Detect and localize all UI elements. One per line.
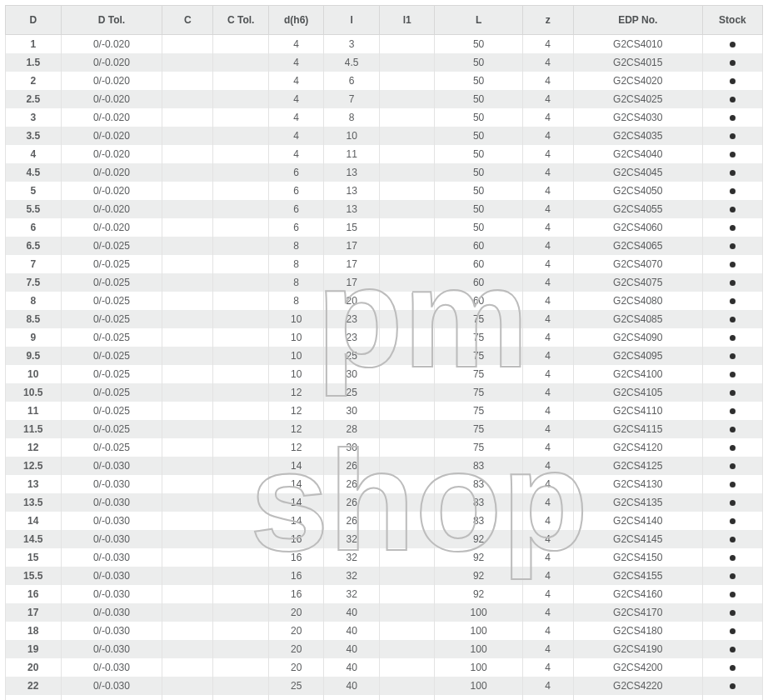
cell-z: 4 [522, 493, 573, 512]
cell-D: 14 [6, 512, 62, 530]
stock-dot-icon [730, 42, 736, 48]
cell-C [162, 585, 213, 603]
cell-L: 92 [435, 530, 522, 548]
cell-D: 10.5 [6, 383, 62, 402]
cell-dh6: 8 [268, 292, 324, 310]
cell-stock [702, 72, 762, 90]
cell-Ctol [213, 420, 269, 438]
cell-z: 4 [522, 237, 573, 255]
stock-dot-icon [730, 408, 736, 414]
cell-Dtol: 0/-0.030 [61, 622, 162, 640]
cell-dh6: 12 [268, 420, 324, 438]
cell-l1 [379, 475, 435, 493]
col-header-L: L [435, 6, 522, 35]
cell-z: 4 [522, 567, 573, 585]
cell-stock [702, 182, 762, 200]
cell-dh6: 25 [268, 695, 324, 700]
cell-l1 [379, 273, 435, 292]
cell-stock [702, 457, 762, 475]
table-row: 170/-0.03020401004G2CS4170 [6, 603, 763, 622]
cell-edp: G2CS4140 [573, 512, 702, 530]
cell-stock [702, 35, 762, 54]
stock-dot-icon [730, 372, 736, 378]
cell-stock [702, 273, 762, 292]
cell-l: 28 [324, 420, 380, 438]
table-row: 130/-0.0301426834G2CS4130 [6, 475, 763, 493]
cell-l1 [379, 677, 435, 695]
table-row: 90/-0.0251023754G2CS4090 [6, 328, 763, 347]
cell-l1 [379, 237, 435, 255]
stock-dot-icon [730, 335, 736, 341]
table-row: 50/-0.020613504G2CS4050 [6, 182, 763, 200]
cell-L: 83 [435, 512, 522, 530]
cell-D: 12.5 [6, 457, 62, 475]
cell-l: 30 [324, 365, 380, 383]
cell-edp: G2CS4055 [573, 200, 702, 218]
cell-C [162, 35, 213, 54]
cell-dh6: 20 [268, 622, 324, 640]
cell-stock [702, 530, 762, 548]
cell-Dtol: 0/-0.030 [61, 658, 162, 677]
cell-edp: G2CS4220 [573, 677, 702, 695]
cell-Ctol [213, 622, 269, 640]
cell-Ctol [213, 677, 269, 695]
cell-Ctol [213, 548, 269, 567]
cell-L: 100 [435, 695, 522, 700]
cell-stock [702, 420, 762, 438]
cell-z: 4 [522, 420, 573, 438]
stock-dot-icon [730, 280, 736, 286]
cell-dh6: 8 [268, 273, 324, 292]
cell-D: 4.5 [6, 163, 62, 182]
cell-L: 50 [435, 108, 522, 127]
cell-l1 [379, 512, 435, 530]
cell-z: 4 [522, 145, 573, 163]
cell-stock [702, 640, 762, 658]
cell-l1 [379, 420, 435, 438]
cell-stock [702, 328, 762, 347]
cell-stock [702, 548, 762, 567]
cell-edp: G2CS4150 [573, 548, 702, 567]
cell-L: 75 [435, 402, 522, 420]
cell-edp: G2CS4065 [573, 237, 702, 255]
stock-dot-icon [730, 78, 736, 84]
cell-C [162, 548, 213, 567]
cell-L: 83 [435, 457, 522, 475]
cell-l: 40 [324, 640, 380, 658]
stock-dot-icon [730, 445, 736, 451]
cell-dh6: 6 [268, 218, 324, 237]
cell-stock [702, 695, 762, 700]
cell-l1 [379, 35, 435, 54]
cell-z: 4 [522, 383, 573, 402]
col-header-stock: Stock [702, 6, 762, 35]
cell-D: 14.5 [6, 530, 62, 548]
cell-Ctol [213, 493, 269, 512]
cell-z: 4 [522, 255, 573, 273]
cell-z: 4 [522, 218, 573, 237]
cell-edp: G2CS4110 [573, 402, 702, 420]
cell-l1 [379, 53, 435, 72]
table-row: 1.50/-0.02044.5504G2CS4015 [6, 53, 763, 72]
cell-dh6: 20 [268, 603, 324, 622]
cell-D: 9 [6, 328, 62, 347]
cell-L: 60 [435, 273, 522, 292]
cell-D: 2.5 [6, 90, 62, 108]
cell-Ctol [213, 90, 269, 108]
cell-Dtol: 0/-0.020 [61, 200, 162, 218]
cell-C [162, 603, 213, 622]
cell-z: 4 [522, 512, 573, 530]
cell-z: 4 [522, 292, 573, 310]
cell-l1 [379, 365, 435, 383]
cell-l: 13 [324, 182, 380, 200]
cell-l1 [379, 255, 435, 273]
cell-dh6: 16 [268, 567, 324, 585]
cell-stock [702, 567, 762, 585]
cell-z: 4 [522, 530, 573, 548]
cell-L: 100 [435, 677, 522, 695]
cell-Ctol [213, 383, 269, 402]
table-row: 220/-0.03025401004G2CS4220 [6, 677, 763, 695]
cell-edp: G2CS4015 [573, 53, 702, 72]
cell-dh6: 4 [268, 72, 324, 90]
cell-L: 50 [435, 218, 522, 237]
cell-D: 19 [6, 640, 62, 658]
cell-dh6: 6 [268, 182, 324, 200]
